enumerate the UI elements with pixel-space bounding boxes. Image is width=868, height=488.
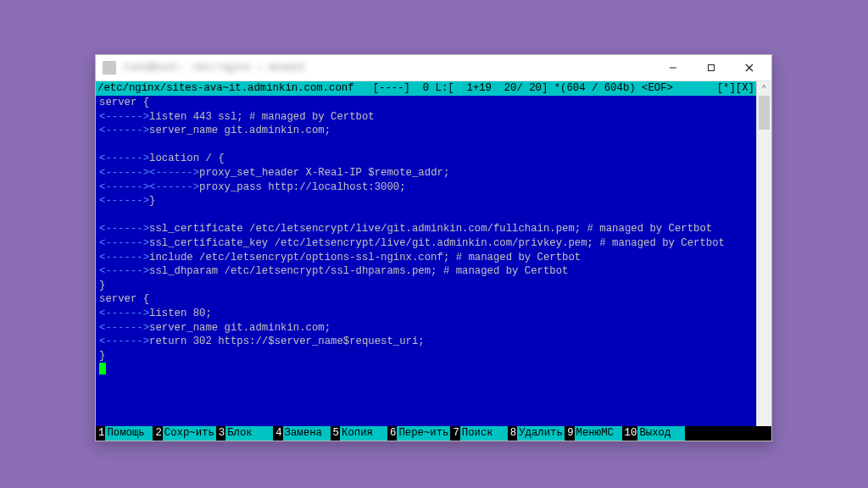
code-line[interactable]: server { [99,96,753,110]
fn-number: 8 [509,426,517,441]
fn-key-5[interactable]: 5Копия [332,426,387,441]
code-line[interactable]: <------>} [99,194,753,208]
code-line[interactable]: <------>listen 443 ssl; # managed by Cer… [99,110,753,125]
code-line[interactable]: <------>server_name git.adminkin.com; [99,124,753,138]
fn-label: Помощь [105,426,153,441]
code-text: ssl_dhparam /etc/letsencrypt/ssl-dhparam… [149,264,568,279]
fn-label: Блок [225,426,273,441]
indent-marker: <------> [99,307,149,321]
fn-key-10[interactable]: 10Выход [624,426,686,441]
indent-marker: <------> [99,180,149,195]
code-text: proxy_pass http://localhost:3000; [199,180,406,195]
text-cursor [99,363,106,374]
fn-number: 2 [154,426,162,441]
code-line[interactable] [99,208,753,223]
terminal-window: root@host: /etc/nginx — mcedit /etc/ngin… [95,54,772,441]
indent-marker: <------> [99,124,149,138]
code-line[interactable]: <------><------>proxy_set_header X-Real-… [99,166,753,180]
fn-number: 6 [389,426,397,441]
window-controls [654,55,768,80]
fn-number: 9 [566,426,574,441]
code-text: server { [99,292,149,307]
scroll-up-arrow[interactable]: ^ [757,81,771,96]
minimize-button[interactable] [654,55,692,80]
code-line[interactable]: } [99,349,753,363]
code-text: ssl_certificate_key /etc/letsencrypt/liv… [149,236,725,251]
code-line[interactable]: server { [99,292,753,307]
code-text: } [149,194,155,208]
code-line[interactable]: <------>listen 80; [99,307,753,321]
indent-marker: <------> [99,194,149,208]
code-text: server_name git.adminkin.com; [149,321,331,336]
fn-key-4[interactable]: 4Замена [275,426,330,441]
fn-label: Замена [283,426,331,441]
code-line[interactable]: <------><------>proxy_pass http://localh… [99,180,753,195]
code-line[interactable]: <------>server_name git.adminkin.com; [99,321,753,336]
fn-label: Копия [340,426,387,441]
fn-label: Пере~ить [397,426,450,441]
fn-number: 10 [624,426,638,441]
scrollbar-thumb[interactable] [759,96,770,130]
code-line[interactable]: <------>ssl_certificate_key /etc/letsenc… [99,236,753,251]
fn-key-1[interactable]: 1Помощь [97,426,153,441]
code-text: location / { [149,152,225,166]
code-line[interactable]: <------>return 302 https://$server_name$… [99,335,753,349]
fn-number: 3 [218,426,225,441]
fn-label: МенюMC [575,426,622,441]
code-line[interactable]: } [99,279,753,293]
code-text: proxy_set_header X-Real-IP $remote_addr; [199,166,449,180]
status-info: [----] 0 L:[ 1+19 20/ 20] *(604 / 604b) … [373,81,673,96]
code-line[interactable] [99,138,753,152]
indent-marker: <------> [99,110,149,125]
maximize-icon [707,64,715,72]
fn-label: Выход [637,426,685,441]
code-text: } [99,349,105,363]
code-text: listen 80; [149,307,212,321]
window-titlebar[interactable]: root@host: /etc/nginx — mcedit [96,55,771,81]
app-icon [103,61,116,75]
close-button[interactable] [730,55,768,80]
fn-key-8[interactable]: 8Удалить [509,426,565,441]
code-text: return 302 https://$server_name$request_… [149,335,425,349]
window-title: root@host: /etc/nginx — mcedit [123,62,654,74]
fn-label: Удалить [517,426,565,441]
fn-key-9[interactable]: 9МенюMC [566,426,621,441]
code-line[interactable]: <------>ssl_certificate /etc/letsencrypt… [99,222,753,236]
fn-label: Сохр~ить [163,426,216,441]
fn-number: 7 [452,426,459,441]
indent-marker: <------> [99,166,149,180]
indent-marker: <------> [149,166,199,180]
indent-marker: <------> [99,264,149,279]
editor-status-line: /etc/nginx/sites-ava~it.adminkin.com.con… [96,81,756,96]
fn-label: Поиск [460,426,508,441]
code-line[interactable]: <------>location / { [99,152,753,166]
code-text: listen 443 ssl; # managed by Certbot [149,110,375,125]
desktop-background: root@host: /etc/nginx — mcedit /etc/ngin… [0,0,868,488]
fn-key-6[interactable]: 6Пере~ить [389,426,450,441]
code-text [99,138,105,152]
status-file-path: /etc/nginx/sites-ava~it.adminkin.com.con… [97,81,354,96]
fn-number: 5 [332,426,340,441]
fn-number: 1 [97,426,105,441]
indent-marker: <------> [99,321,149,336]
code-text: } [99,279,105,293]
terminal-area[interactable]: /etc/nginx/sites-ava~it.adminkin.com.con… [96,81,771,441]
indent-marker: <------> [99,222,149,236]
indent-marker: <------> [99,251,149,265]
code-text: server_name git.adminkin.com; [149,124,331,138]
indent-marker: <------> [99,335,149,349]
fn-key-3[interactable]: 3Блок [218,426,273,441]
maximize-button[interactable] [692,55,730,80]
vertical-scrollbar[interactable]: ^ [756,81,771,426]
code-line[interactable]: <------>ssl_dhparam /etc/letsencrypt/ssl… [99,264,753,279]
code-text: include /etc/letsencrypt/options-ssl-ngi… [149,251,581,265]
editor-content[interactable]: server {<------>listen 443 ssl; # manage… [96,96,756,363]
minimize-icon [669,64,677,72]
fn-key-7[interactable]: 7Поиск [452,426,507,441]
code-text: server { [99,96,149,110]
code-line[interactable]: <------>include /etc/letsencrypt/options… [99,251,753,265]
fn-key-2[interactable]: 2Сохр~ить [154,426,215,441]
status-flags: [*][X] [717,81,754,96]
svg-rect-1 [708,65,714,71]
function-key-bar: 1Помощь2Сохр~ить3Блок4Замена5Копия6Пере~… [96,426,771,441]
